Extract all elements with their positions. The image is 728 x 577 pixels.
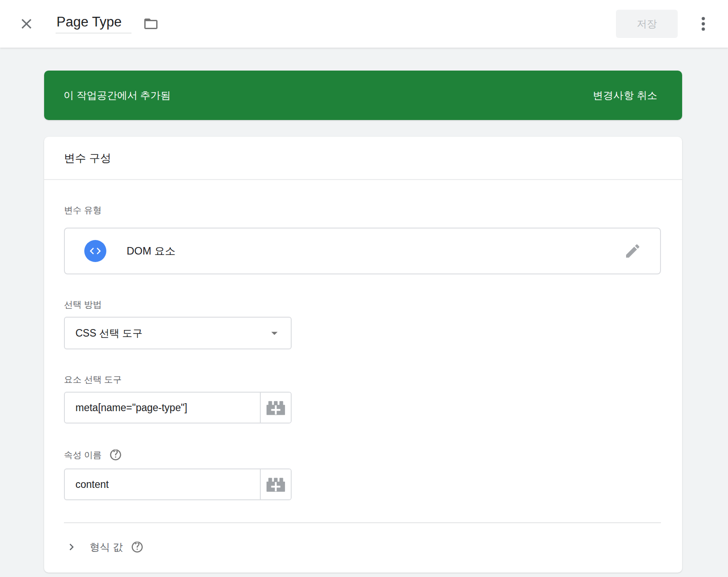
chevron-right-icon <box>65 540 78 554</box>
help-icon[interactable] <box>109 448 122 461</box>
discard-changes-button[interactable]: 변경사항 취소 <box>593 89 658 102</box>
lego-brick-plus-icon <box>266 476 286 493</box>
insert-variable-button[interactable] <box>260 469 291 499</box>
card-title: 변수 구성 <box>44 137 682 180</box>
edit-variable-type-button[interactable] <box>622 240 643 262</box>
element-selector-label: 요소 선택 도구 <box>64 374 661 385</box>
banner-message: 이 작업공간에서 추가됨 <box>64 89 593 102</box>
variable-type-box[interactable]: DOM 요소 <box>64 228 661 274</box>
variable-config-card: 변수 구성 변수 유형 DOM 요소 <box>44 137 682 573</box>
section-divider <box>64 522 661 523</box>
top-bar: Page Type 저장 <box>0 0 728 48</box>
folder-icon[interactable] <box>143 16 159 32</box>
kebab-icon <box>694 15 713 33</box>
insert-variable-button[interactable] <box>260 393 291 423</box>
selection-method-select[interactable]: CSS 선택 도구 <box>64 317 292 349</box>
attribute-name-input[interactable] <box>65 469 260 499</box>
save-button[interactable]: 저장 <box>616 10 678 38</box>
element-selector-group <box>64 392 292 423</box>
workspace-banner: 이 작업공간에서 추가됨 변경사항 취소 <box>44 71 682 120</box>
close-button[interactable] <box>15 12 38 35</box>
dom-element-icon <box>84 240 106 262</box>
page-content: 이 작업공간에서 추가됨 변경사항 취소 변수 구성 변수 유형 DOM 요소 <box>0 48 728 577</box>
card-body: 변수 유형 DOM 요소 선택 방법 <box>44 205 682 573</box>
close-icon <box>18 15 35 32</box>
attribute-name-label-text: 속성 이름 <box>64 450 102 460</box>
lego-brick-plus-icon <box>266 399 286 416</box>
variable-type-value: DOM 요소 <box>127 244 622 258</box>
attribute-name-label: 속성 이름 <box>64 448 661 461</box>
help-icon[interactable] <box>131 540 144 554</box>
dropdown-arrow-icon <box>267 326 282 341</box>
pencil-icon <box>624 242 642 260</box>
format-value-expander[interactable]: 형식 값 <box>64 536 661 558</box>
variable-name-title[interactable]: Page Type <box>56 14 131 34</box>
selection-method-value: CSS 선택 도구 <box>75 326 267 340</box>
format-value-label: 형식 값 <box>90 540 123 554</box>
variable-type-label: 변수 유형 <box>64 205 661 215</box>
overflow-menu-button[interactable] <box>692 12 715 35</box>
attribute-name-group <box>64 468 292 500</box>
selection-method-label: 선택 방법 <box>64 299 661 310</box>
element-selector-input[interactable] <box>65 393 260 423</box>
